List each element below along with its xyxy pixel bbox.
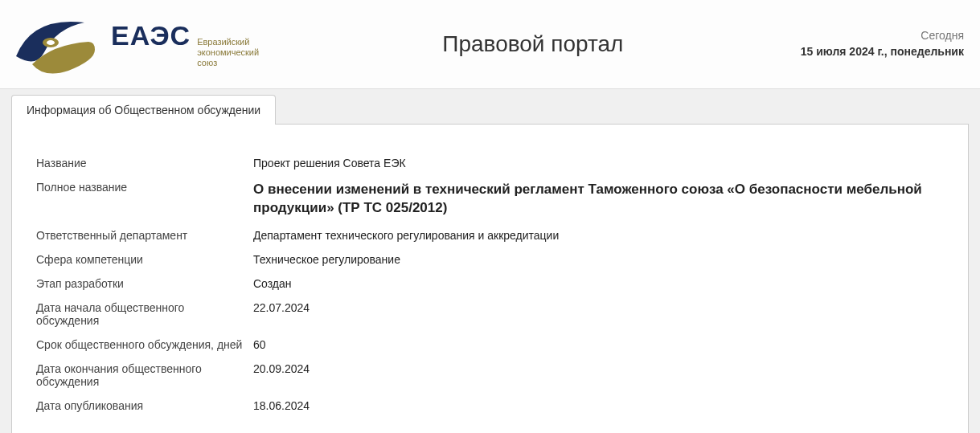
info-value: 60: [253, 338, 944, 351]
info-label: Ответственный департамент: [36, 229, 253, 242]
info-value: 22.07.2024: [253, 301, 944, 314]
info-label: Дата окончания общественного обсуждения: [36, 362, 253, 388]
current-date: Сегодня 15 июля 2024 г., понедельник: [801, 28, 964, 59]
tabs-bar: Информация об Общественном обсуждении: [0, 89, 980, 124]
info-row: Сфера компетенцииТехническое регулирован…: [36, 253, 944, 266]
svg-point-1: [47, 40, 55, 45]
info-label: Дата опубликования: [36, 399, 253, 412]
info-row: Дата начала общественного обсуждения22.0…: [36, 301, 944, 327]
logo-acronym: ЕАЭС: [111, 20, 191, 51]
info-value: 18.06.2024: [253, 399, 944, 412]
logo-text: ЕАЭС Евразийский экономический союз: [111, 20, 259, 69]
logo-subtitle: Евразийский экономический союз: [197, 37, 259, 69]
logo: ЕАЭС Евразийский экономический союз: [8, 8, 265, 80]
content-panel: НазваниеПроект решения Совета ЕЭКПолное …: [11, 124, 969, 433]
page-header: ЕАЭС Евразийский экономический союз Прав…: [0, 0, 980, 89]
today-date: 15 июля 2024 г., понедельник: [801, 44, 964, 60]
info-row: Полное названиеО внесении изменений в те…: [36, 181, 944, 218]
info-row: Ответственный департаментДепартамент тех…: [36, 229, 944, 242]
info-value: Создан: [253, 277, 944, 290]
tab-public-discussion-info[interactable]: Информация об Общественном обсуждении: [11, 95, 276, 125]
today-label: Сегодня: [801, 28, 964, 44]
info-value: Техническое регулирование: [253, 253, 944, 266]
info-row: Дата окончания общественного обсуждения2…: [36, 362, 944, 388]
info-row: Срок общественного обсуждения, дней60: [36, 338, 944, 351]
info-label: Сфера компетенции: [36, 253, 253, 266]
info-value: Проект решения Совета ЕЭК: [253, 157, 944, 170]
info-label: Полное название: [36, 181, 253, 194]
info-label: Срок общественного обсуждения, дней: [36, 338, 253, 351]
info-value: Департамент технического регулирования и…: [253, 229, 944, 242]
info-value: О внесении изменений в технический регла…: [253, 181, 944, 218]
info-row: Дата опубликования18.06.2024: [36, 399, 944, 412]
info-label: Название: [36, 157, 253, 170]
logo-icon: [8, 8, 105, 80]
info-label: Дата начала общественного обсуждения: [36, 301, 253, 327]
info-value: 20.09.2024: [253, 362, 944, 375]
info-label: Этап разработки: [36, 277, 253, 290]
info-row: НазваниеПроект решения Совета ЕЭК: [36, 157, 944, 170]
info-row: Этап разработкиСоздан: [36, 277, 944, 290]
portal-title: Правовой портал: [265, 31, 801, 57]
